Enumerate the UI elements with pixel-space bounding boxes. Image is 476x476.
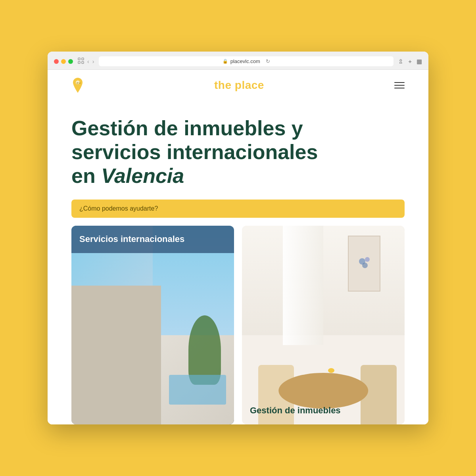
- hero-section: Gestión de inmuebles y servicios interna…: [48, 101, 428, 200]
- browser-actions: ⇫ + ▦: [398, 58, 422, 65]
- card-gestion-label: Gestión de inmuebles: [250, 405, 341, 415]
- site-nav: C+ the place: [48, 70, 428, 101]
- close-dot[interactable]: [54, 59, 59, 64]
- browser-chrome: ‹ › 🔒 placevlc.com ↻ ⇫ + ▦: [48, 52, 428, 70]
- address-bar[interactable]: 🔒 placevlc.com ↻: [99, 56, 393, 66]
- hamburger-line-3: [394, 88, 405, 88]
- lock-icon: 🔒: [223, 59, 228, 64]
- share-icon[interactable]: ⇫: [398, 58, 403, 65]
- minimize-dot[interactable]: [61, 59, 66, 64]
- hamburger-line-1: [394, 82, 405, 83]
- card-gestion[interactable]: Gestión de inmuebles: [242, 226, 405, 424]
- hero-title: Gestión de inmuebles y servicios interna…: [71, 117, 349, 188]
- card-label-left: Servicios internacionales: [71, 226, 234, 253]
- hamburger-line-2: [394, 85, 405, 86]
- reload-icon[interactable]: ↻: [266, 58, 270, 64]
- svg-rect-1: [82, 58, 84, 60]
- forward-icon[interactable]: ›: [92, 58, 94, 65]
- svg-rect-2: [78, 61, 80, 63]
- nav-logo[interactable]: C+: [71, 78, 84, 93]
- logo-pin-icon: C+: [71, 78, 84, 93]
- lemon-element: [328, 368, 334, 373]
- browser-dots: [54, 59, 73, 64]
- grid-icon: [78, 58, 84, 65]
- interior-wall: [242, 226, 405, 335]
- browser-nav-controls: ‹ ›: [78, 58, 94, 65]
- url-text: placevlc.com: [230, 58, 260, 64]
- add-tab-icon[interactable]: +: [408, 58, 412, 65]
- card-label-right: Gestión de inmuebles: [242, 397, 405, 424]
- hero-title-italic: Valencia: [101, 164, 184, 187]
- page-content: C+ the place Gestión de inmuebles y serv…: [48, 70, 428, 424]
- hero-title-line2: servicios internacionales: [71, 140, 318, 163]
- wall-element: [71, 286, 161, 424]
- pool-element: [169, 375, 226, 405]
- svg-rect-3: [82, 61, 84, 63]
- hero-title-line1: Gestión de inmuebles y: [71, 117, 303, 140]
- browser-window: ‹ › 🔒 placevlc.com ↻ ⇫ + ▦: [48, 52, 428, 424]
- cards-section: Servicios internacionales: [48, 226, 428, 424]
- architecture-image: [71, 226, 234, 424]
- sidebar-icon[interactable]: ▦: [416, 58, 422, 65]
- search-placeholder: ¿Cómo podemos ayudarte?: [79, 205, 158, 212]
- page-background: ‹ › 🔒 placevlc.com ↻ ⇫ + ▦: [28, 28, 448, 448]
- trees-element: [188, 315, 221, 385]
- card-servicios-label: Servicios internacionales: [79, 234, 184, 244]
- svg-point-8: [362, 263, 368, 268]
- hamburger-menu[interactable]: [394, 82, 405, 88]
- site-title: the place: [214, 79, 264, 92]
- curtain-element: [283, 226, 324, 345]
- artwork-element: [348, 236, 380, 291]
- svg-rect-0: [78, 58, 80, 60]
- back-icon[interactable]: ‹: [87, 58, 89, 65]
- maximize-dot[interactable]: [68, 59, 73, 64]
- svg-point-7: [365, 257, 370, 262]
- search-section: ¿Cómo podemos ayudarte?: [48, 200, 428, 226]
- svg-text:C+: C+: [77, 81, 81, 85]
- hero-title-line3: en Valencia: [71, 164, 184, 187]
- search-bar[interactable]: ¿Cómo podemos ayudarte?: [71, 200, 405, 218]
- interior-image: [242, 226, 405, 424]
- card-servicios[interactable]: Servicios internacionales: [71, 226, 234, 424]
